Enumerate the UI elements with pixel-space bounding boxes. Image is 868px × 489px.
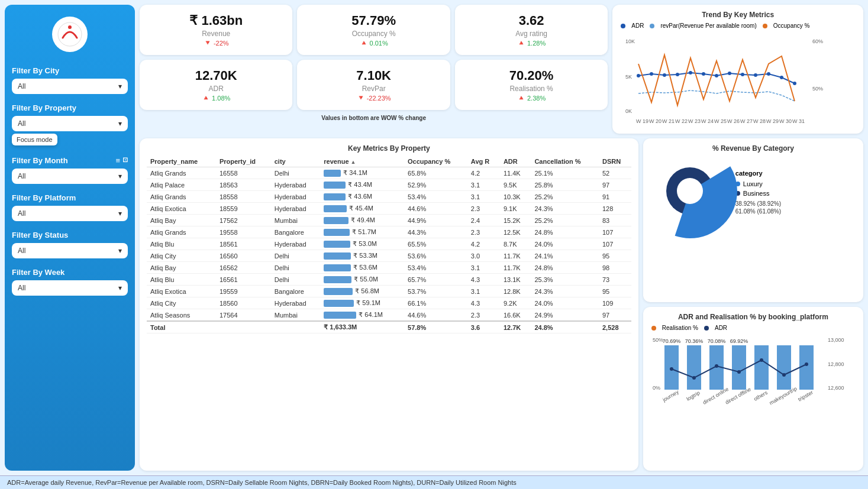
svg-text:13,000: 13,000 (828, 337, 844, 343)
filter-week-select[interactable]: All ▾ (12, 280, 128, 296)
filter-month-group: Filter By Month ≡ ⊡ All ▾ (12, 156, 128, 184)
col-property-name[interactable]: Property_name (147, 156, 216, 167)
svg-point-15 (741, 73, 744, 76)
filter-icon[interactable]: ≡ (115, 156, 120, 165)
chevron-down-icon: ▾ (118, 247, 122, 255)
filter-city-select[interactable]: All ▾ (12, 79, 128, 94)
kpi-occupancy: 57.79% Occupancy % 🔺 0.01% (297, 5, 450, 55)
expand-icon[interactable]: ⊡ (122, 156, 128, 165)
pie-category-label: category (735, 170, 855, 177)
svg-point-8 (650, 72, 653, 76)
svg-text:W 25: W 25 (714, 118, 727, 124)
svg-point-9 (663, 73, 666, 77)
svg-point-49 (760, 358, 763, 362)
filter-week-group: Filter By Week All ▾ (12, 268, 128, 296)
table-row: Atliq Blu18561Hyderabad₹ 53.0M65.5%4.28.… (147, 238, 631, 250)
svg-text:70.36%: 70.36% (685, 338, 704, 344)
svg-text:0%: 0% (653, 385, 660, 391)
pie-chart-panel: % Revenue By Category (643, 138, 863, 302)
kpi-revenue-value: ₹ 1.63bn (189, 13, 243, 28)
kpi-realisation-label: Realisation % (509, 85, 553, 93)
bar-logtrip (687, 345, 701, 390)
chevron-down-icon: ▾ (118, 209, 122, 218)
adr-dot-bar (704, 326, 709, 331)
svg-text:60%: 60% (812, 38, 823, 44)
pie-area: category Luxury Business (651, 156, 855, 228)
table-scroll[interactable]: Property_name Property_id city revenue ▲… (147, 156, 631, 333)
svg-text:12,600: 12,600 (828, 385, 844, 391)
svg-text:journey: journey (661, 388, 680, 403)
footer: ADR=Average daily Revenue, RevPar=Revenu… (0, 475, 868, 489)
pie-legend: Luxury Business (735, 180, 855, 197)
svg-point-50 (782, 373, 786, 377)
pie-legend-business: Business (735, 190, 855, 197)
col-occupancy[interactable]: Occupancy % (404, 156, 467, 167)
kpi-adr-label: ADR (209, 85, 224, 93)
kpi-avg-rating: 3.62 Avg rating 🔺 1.28% (455, 5, 608, 55)
col-avg-r[interactable]: Avg R (467, 156, 500, 167)
kpi-grid: ₹ 1.63bn Revenue 🔻 -22% 57.79% Occupancy… (140, 5, 608, 110)
svg-point-48 (737, 370, 741, 374)
app-container: Filter By City All ▾ Filter By Property … (0, 0, 868, 489)
arrow-up-icon: 🔺 (360, 39, 368, 47)
legend-occ-dot (763, 24, 767, 28)
kpi-occupancy-label: Occupancy % (352, 30, 396, 38)
table-panel: Key Metrics By Property Property_name Pr… (140, 138, 638, 471)
svg-text:12,800: 12,800 (828, 361, 844, 367)
col-cancellation[interactable]: Cancellation % (531, 156, 599, 167)
col-property-id[interactable]: Property_id (216, 156, 271, 167)
col-adr[interactable]: ADR (500, 156, 531, 167)
kpi-revenue-label: Revenue (202, 30, 230, 38)
filter-status-select[interactable]: All ▾ (12, 243, 128, 258)
svg-text:W 27: W 27 (740, 118, 753, 124)
kpi-revpar-value: 7.10K (356, 68, 391, 83)
svg-text:50%: 50% (812, 86, 823, 92)
legend-adr-label: ADR (631, 22, 644, 29)
bottom-section: Key Metrics By Property Property_name Pr… (140, 138, 863, 471)
pie-chart-svg (651, 158, 728, 224)
table-row: Atliq Blu16561Delhi₹ 55.0M65.7%4.313.1K2… (147, 274, 631, 286)
trend-chart-panel: Trend By Key Metrics ADR revPar(Revenue … (612, 5, 863, 134)
kpi-adr: 12.70K ADR 🔺 1.08% (140, 60, 292, 110)
col-revenue[interactable]: revenue ▲ (320, 156, 404, 167)
svg-text:W 28: W 28 (753, 118, 766, 124)
pie-chart-title: % Revenue By Category (651, 144, 855, 153)
svg-point-47 (715, 364, 718, 368)
svg-point-16 (754, 73, 757, 77)
svg-point-19 (793, 82, 796, 85)
filter-platform-select[interactable]: All ▾ (12, 206, 128, 221)
footer-text: ADR=Average daily Revenue, RevPar=Revenu… (7, 479, 517, 486)
bar-tripster (799, 345, 814, 390)
realisation-dot (651, 326, 656, 331)
kpi-rating-value: 3.62 (519, 13, 544, 28)
logo (52, 17, 88, 52)
svg-text:W 30: W 30 (779, 118, 792, 124)
kpi-occupancy-value: 57.79% (351, 13, 396, 28)
col-city[interactable]: city (271, 156, 321, 167)
trend-chart-title: Trend By Key Metrics (621, 11, 855, 19)
svg-text:W 21: W 21 (662, 118, 675, 124)
sidebar: Filter By City All ▾ Filter By Property … (5, 5, 135, 471)
main-content: ₹ 1.63bn Revenue 🔻 -22% 57.79% Occupancy… (140, 5, 863, 471)
svg-point-13 (715, 74, 718, 77)
trend-chart-legend: ADR revPar(Revenue Per available room) O… (621, 22, 855, 29)
pie-pct-business: 61.08% (61.08%) (735, 208, 855, 215)
svg-point-35 (677, 178, 703, 204)
filter-property-select[interactable]: All ▾ (12, 116, 128, 131)
pie-pct-luxury: 38.92% (38.92%) (735, 200, 855, 207)
filter-month-label: Filter By Month ≡ ⊡ (12, 156, 128, 165)
chevron-down-icon: ▾ (118, 119, 122, 128)
col-dsrn[interactable]: DSRN (599, 156, 631, 167)
filter-city-label: Filter By City (12, 66, 128, 75)
svg-text:69.92%: 69.92% (730, 338, 748, 344)
arrow-down-icon: 🔻 (357, 94, 365, 102)
kpi-rating-change: 🔺 1.28% (517, 39, 546, 47)
svg-text:5K: 5K (625, 74, 632, 80)
filter-month-select[interactable]: All ▾ (12, 169, 128, 184)
filter-platform-label: Filter By Platform (12, 193, 128, 202)
legend-adr-dot (621, 24, 625, 28)
svg-text:tripster: tripster (797, 389, 814, 402)
svg-text:70.69%: 70.69% (663, 338, 681, 344)
table-total-row: Total₹ 1,633.3M57.8%3.612.7K24.8%2,528 (147, 321, 631, 333)
arrow-up-icon: 🔺 (517, 39, 525, 47)
